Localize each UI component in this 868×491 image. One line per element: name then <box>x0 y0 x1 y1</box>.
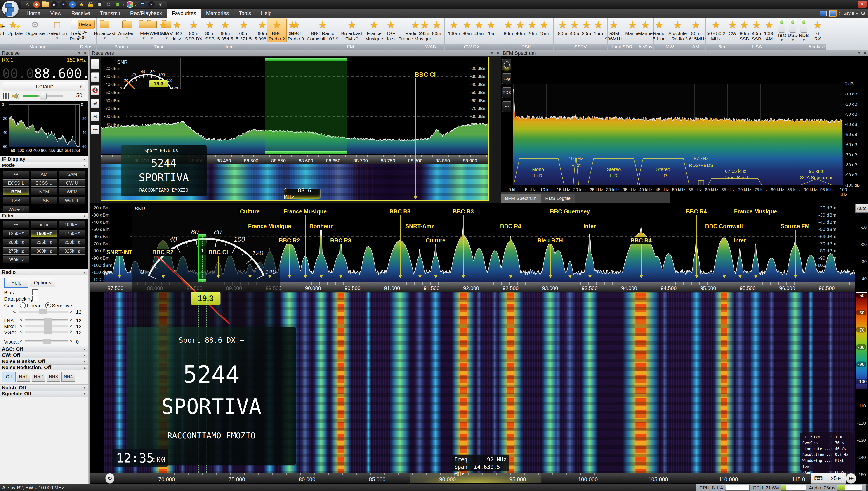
filter-100khz[interactable]: 100kHz <box>59 221 85 228</box>
filter-[interactable]: « | » <box>31 221 57 228</box>
ribbon-item-broadcast-fm-x9[interactable]: ★BroadcastFM x9 <box>340 18 364 42</box>
mode-ecssu[interactable]: ECSS-U <box>31 179 57 186</box>
app-logo[interactable] <box>2 1 19 17</box>
frequency-display[interactable]: RX 1 150 kHz 00.088.600.000 <box>0 56 88 80</box>
mode-widel[interactable]: Wide-L <box>59 197 85 204</box>
keyboard-button[interactable]: ⌨ <box>811 473 826 484</box>
gain-linear-radio[interactable] <box>20 302 26 308</box>
toggle-dsd[interactable]: DSD▼ <box>786 18 799 42</box>
undo-icon[interactable]: ↺ <box>105 1 112 8</box>
station-label[interactable]: Bleu BZH <box>536 237 564 244</box>
nr-off[interactable]: Off <box>2 372 16 382</box>
ribbon-item-update[interactable]: ★⚡Update <box>6 18 24 37</box>
vga-slider[interactable] <box>25 331 68 333</box>
tab-tools[interactable]: Tools <box>234 9 256 18</box>
section-agc[interactable]: AGC: Off▾ <box>0 346 88 352</box>
panel-splitter[interactable] <box>88 50 90 484</box>
bias-t-checkbox[interactable] <box>32 289 38 295</box>
mode-ecssl[interactable]: ECSS-L <box>3 179 29 186</box>
filter-150khz[interactable]: 150kHz <box>31 230 57 237</box>
station-label[interactable]: BBC CI <box>413 71 437 79</box>
nr-nr2[interactable]: NR2 <box>32 372 45 381</box>
bfm-spectrum-plot[interactable]: MonoL+R19 kHzPilotStereoL-RStereoL-R57 k… <box>513 84 843 185</box>
station-label[interactable]: Culture <box>424 237 447 244</box>
more-icon[interactable]: ••• <box>502 101 511 112</box>
gain-sensitive-radio[interactable] <box>45 302 51 308</box>
display-options-icon-arrow[interactable]: ∨ <box>122 3 124 6</box>
ribbon-item-1090-am[interactable]: ★1090AM <box>763 18 776 42</box>
station-label[interactable]: BBC R3 <box>329 237 353 244</box>
ribbon-item-20m[interactable]: ★20m <box>485 18 497 37</box>
colours-icon-arrow[interactable]: ∨ <box>134 3 136 6</box>
ribbon-item-60m-5-371-5[interactable]: ★60m5.371.5 <box>235 18 253 42</box>
filter-300khz[interactable]: 300kHz <box>31 248 57 255</box>
inc[interactable]: > <box>70 317 72 322</box>
mode-usb[interactable]: USB <box>31 197 57 204</box>
gain-slider[interactable] <box>19 311 68 313</box>
station-label[interactable]: BBC Cornwall <box>704 223 745 230</box>
ribbon-item-40m[interactable]: ★40m <box>568 18 581 37</box>
tab-favourites[interactable]: Favourites <box>167 9 201 18</box>
nr-nr4[interactable]: NR4 <box>61 372 75 381</box>
section-noise-reduction[interactable]: Noise Reduction: Off▴ <box>0 364 88 371</box>
visual-inc[interactable]: > <box>70 339 72 344</box>
ribbon-item-1942-khz[interactable]: ★1942kHz <box>170 18 184 42</box>
inc[interactable]: > <box>70 329 72 334</box>
ribbon-item-80m-ssb[interactable]: ★80mSSB <box>738 18 750 42</box>
station-label[interactable]: BBC R4 <box>684 208 708 215</box>
filter-275khz[interactable]: 275kHz <box>3 248 29 255</box>
ribbon-item-france-musique[interactable]: ★FranceMusique <box>364 18 384 42</box>
filter-header[interactable]: Filter▴ <box>0 212 88 219</box>
help-button[interactable]: Help <box>4 278 29 288</box>
tab-memories[interactable]: Memories <box>201 9 234 18</box>
equalizer-icon[interactable] <box>3 93 8 98</box>
station-label[interactable]: Source FM <box>779 223 811 230</box>
ribbon-item-bbc-radio-2[interactable]: ★BBCRadio 2 <box>267 18 286 42</box>
zoom-in-icon[interactable]: ⊕ <box>91 98 99 108</box>
toggle-test[interactable]: Test▼ <box>776 18 787 42</box>
panel-collapse-icon[interactable]: ▾ <box>78 51 80 56</box>
waterfall-colorbar[interactable]: -50-60-70-80-90-100 <box>856 292 867 389</box>
station-label[interactable]: SNRT-Amz <box>404 223 436 230</box>
ribbon-item-40m[interactable]: ★40m <box>473 18 485 37</box>
receiver-display[interactable]: -20 dBm-20 dBm-30 dBm-30 dBm-40 dBm-40 d… <box>101 57 489 201</box>
radio-header[interactable]: Radio▴ <box>0 269 88 275</box>
data-packing-checkbox[interactable] <box>32 296 38 301</box>
play-icon[interactable]: ▶ <box>51 1 58 8</box>
ribbon-item-80m[interactable]: ★80m <box>557 18 568 37</box>
tab-rec-playback[interactable]: Rec/Playback <box>125 9 167 18</box>
snapshot-icon[interactable]: ▣ <box>96 1 103 8</box>
lock-icon[interactable] <box>87 1 94 8</box>
station-label[interactable]: France Musique <box>733 208 779 215</box>
mode-nfm[interactable]: NFM <box>31 188 57 195</box>
ribbon-item-bbc-radio-3[interactable]: ★BBCRadio 3 <box>286 18 305 42</box>
rds-button[interactable]: RDS <box>502 87 511 98</box>
ribbon-item-80m-ssb-dx[interactable]: ★80mSSB DX <box>184 18 204 42</box>
defn-default[interactable]: Default <box>78 20 94 29</box>
home-icon[interactable]: ⌂ <box>24 1 31 8</box>
favourite-icon[interactable]: ★ <box>78 1 85 8</box>
ribbon-spinner[interactable]: ▲▼ <box>839 11 841 16</box>
station-label[interactable]: BBC R3 <box>451 208 475 215</box>
display-options-icon[interactable]: ≡ <box>114 1 121 8</box>
bfm-tab-bfm-spectrum[interactable]: BFM Spectrum <box>501 194 541 203</box>
station-label[interactable]: France Musique <box>246 223 292 230</box>
folder-icon[interactable] <box>42 1 49 8</box>
station-label[interactable]: BBC Guernsey <box>548 208 591 215</box>
mode-am[interactable]: AM <box>31 171 57 178</box>
ribbon-item-radio-5-line[interactable]: ★Radio5 Line <box>651 18 667 42</box>
fast-forward-button[interactable]: ▶▶ <box>846 473 856 484</box>
inc[interactable]: > <box>70 323 72 328</box>
ribbon-item-broadcast[interactable]: Broadcast▼ <box>93 18 117 40</box>
ribbon-item-80m-3-615mhz[interactable]: ★80m3.615MHz <box>684 18 708 42</box>
filter-325khz[interactable]: 325kHz <box>59 248 85 255</box>
add-receiver-icon[interactable]: ＋ <box>91 73 99 82</box>
tab-receive[interactable]: Receive <box>66 9 95 18</box>
auto-scale-button[interactable]: Auto <box>855 204 868 212</box>
vfo-badge[interactable]: 1 : 88.6 MHz <box>284 189 321 199</box>
station-label[interactable]: BBC R4 <box>629 237 653 244</box>
panel-close-icon[interactable]: ✕ <box>496 51 500 56</box>
station-label[interactable]: BBC R3 <box>388 208 412 215</box>
ribbon-item-add[interactable]: ★+Add <box>0 18 6 37</box>
ribbon-item-6-rx[interactable]: ★6RX <box>812 18 823 42</box>
